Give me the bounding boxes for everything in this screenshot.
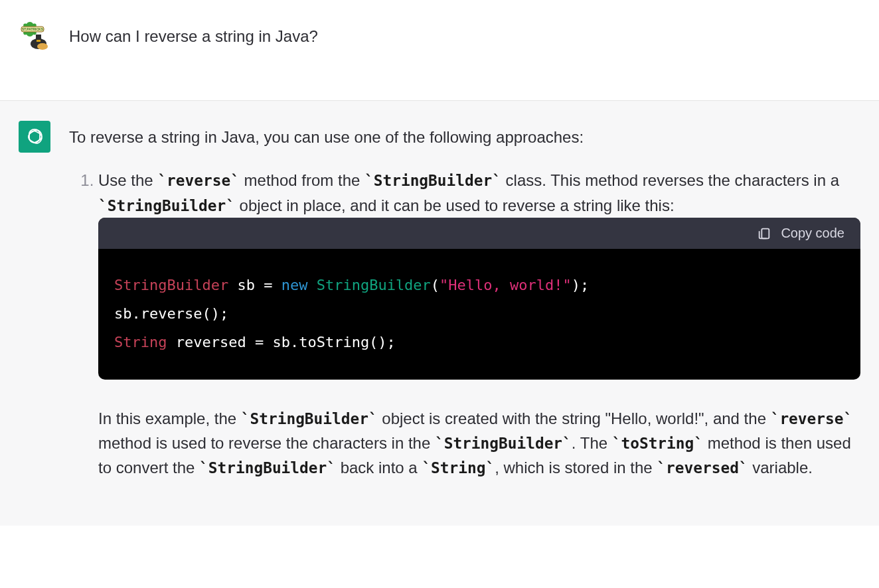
explain-b: object is created with the string "Hello… [378, 409, 771, 427]
explain-f: back into a [336, 459, 422, 477]
explain-c: method is used to reverse the characters… [98, 434, 435, 452]
svg-point-7 [37, 43, 48, 50]
item1-text-c: class. This method reverses the characte… [501, 171, 839, 189]
code-block: Copy code StringBuilder sb = new StringB… [98, 218, 860, 380]
explanation-paragraph: In this example, the `StringBuilder` obj… [98, 406, 860, 480]
stpatricks-avatar-icon: ST.PATRICKS [19, 20, 50, 52]
user-avatar: ST.PATRICKS [19, 20, 50, 52]
code-token: StringBuilder [317, 277, 431, 293]
user-message-content: How can I reverse a string in Java? [69, 20, 860, 67]
code-content[interactable]: StringBuilder sb = new StringBuilder("He… [98, 249, 860, 380]
approaches-list: Use the `reverse` method from the `Strin… [69, 168, 860, 480]
explain-d: . The [572, 434, 612, 452]
svg-rect-6 [37, 40, 40, 42]
inline-code-string: `String` [422, 459, 495, 477]
inline-code-sb: `StringBuilder` [241, 410, 378, 427]
inline-code-stringbuilder: `StringBuilder` [364, 172, 501, 189]
code-token: sb = [228, 277, 281, 293]
copy-code-button[interactable]: Copy code [757, 226, 844, 241]
code-token [307, 277, 316, 293]
inline-code-reverse: `reverse` [157, 172, 240, 189]
user-message-text: How can I reverse a string in Java? [69, 24, 860, 48]
clipboard-icon [757, 226, 771, 241]
openai-logo-icon [24, 126, 45, 147]
code-block-header: Copy code [98, 218, 860, 249]
code-token: reversed = sb.toString(); [167, 334, 395, 350]
item1-text-b: method from the [240, 171, 364, 189]
inline-code-sb2: `StringBuilder` [435, 435, 572, 452]
item1-text-a: Use the [98, 171, 157, 189]
code-token: ( [431, 277, 440, 293]
explain-g: , which is stored in the [495, 459, 657, 477]
code-token: ); [572, 277, 590, 293]
assistant-intro-text: To reverse a string in Java, you can use… [69, 125, 860, 149]
inline-code-tostring: `toString` [612, 435, 703, 452]
code-token: String [114, 334, 167, 350]
assistant-avatar [19, 121, 50, 153]
code-token: "Hello, world!" [440, 277, 572, 293]
explain-a: In this example, the [98, 409, 241, 427]
inline-code-sb3: `StringBuilder` [199, 459, 336, 477]
copy-code-label: Copy code [781, 226, 844, 241]
code-token: new [281, 277, 308, 293]
inline-code-reverse2: `reverse` [771, 410, 853, 427]
code-token: sb.reverse(); [114, 305, 228, 322]
assistant-message-content: To reverse a string in Java, you can use… [69, 121, 860, 492]
approach-item-1: Use the `reverse` method from the `Strin… [98, 168, 860, 480]
user-message-row: ST.PATRICKS How can I reverse a string i… [0, 0, 879, 101]
explain-h: variable. [748, 459, 813, 477]
code-token: StringBuilder [114, 277, 228, 293]
inline-code-reversed: `reversed` [657, 459, 748, 477]
item1-text-d: object in place, and it can be used to r… [235, 196, 675, 214]
svg-text:ST.PATRICKS: ST.PATRICKS [22, 27, 44, 31]
inline-code-stringbuilder-2: `StringBuilder` [98, 197, 235, 214]
assistant-message-row: To reverse a string in Java, you can use… [0, 101, 879, 526]
svg-rect-8 [762, 228, 769, 238]
